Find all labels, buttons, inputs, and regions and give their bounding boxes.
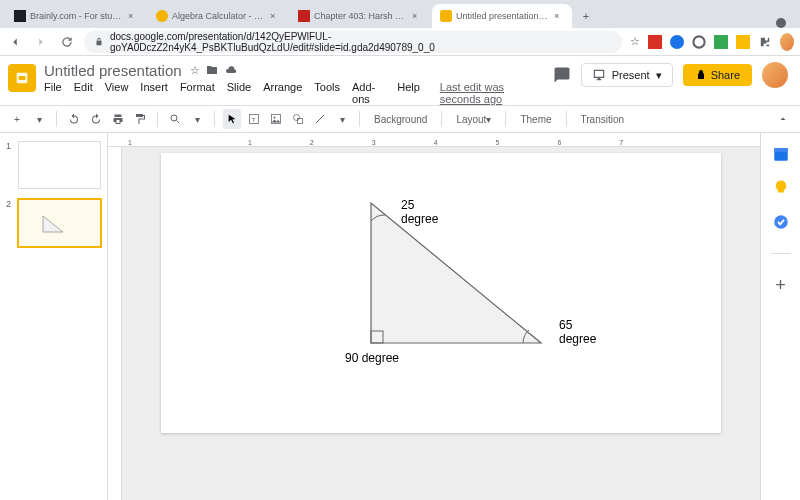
reload-button[interactable] bbox=[58, 33, 76, 51]
angle-label-top[interactable]: 25degree bbox=[401, 198, 461, 227]
svg-rect-10 bbox=[19, 76, 26, 80]
tasks-icon[interactable] bbox=[772, 213, 790, 231]
edit-status[interactable]: Last edit was seconds ago bbox=[440, 81, 545, 105]
ext-puzzle-icon[interactable] bbox=[758, 35, 772, 49]
svg-rect-2 bbox=[298, 10, 310, 22]
undo-button[interactable] bbox=[65, 109, 83, 129]
window-circle-icon[interactable] bbox=[776, 18, 786, 28]
select-tool-button[interactable] bbox=[223, 109, 241, 129]
back-button[interactable] bbox=[6, 33, 24, 51]
thumbnail-item[interactable]: 2 bbox=[6, 199, 101, 247]
favicon-icon bbox=[440, 10, 452, 22]
menu-format[interactable]: Format bbox=[180, 81, 215, 105]
print-button[interactable] bbox=[109, 109, 127, 129]
close-icon[interactable]: × bbox=[270, 11, 280, 21]
account-avatar[interactable] bbox=[762, 62, 788, 88]
close-icon[interactable]: × bbox=[128, 11, 138, 21]
svg-point-6 bbox=[693, 36, 704, 47]
ext-icon[interactable] bbox=[714, 35, 728, 49]
browser-tab-active[interactable]: Untitled presentation - Google × bbox=[432, 4, 572, 28]
image-button[interactable] bbox=[267, 109, 285, 129]
slides-body: 1 2 1 1 2 3 4 5 6 7 bbox=[0, 133, 800, 500]
theme-button[interactable]: Theme bbox=[514, 109, 557, 129]
shape-button[interactable] bbox=[289, 109, 307, 129]
angle-label-bottom[interactable]: 90 degree bbox=[345, 351, 399, 365]
ruler-mark: 7 bbox=[619, 139, 623, 146]
svg-line-18 bbox=[316, 115, 324, 123]
triangle-shape[interactable]: 25degree 65 degree 90 degree bbox=[351, 193, 591, 383]
browser-tab[interactable]: Algebra Calculator - MathPapa × bbox=[148, 4, 288, 28]
zoom-dropdown[interactable]: ▾ bbox=[188, 109, 206, 129]
thumbnail-item[interactable]: 1 bbox=[6, 141, 101, 189]
menu-view[interactable]: View bbox=[105, 81, 129, 105]
zoom-button[interactable] bbox=[166, 109, 184, 129]
slide-viewport[interactable]: 25degree 65 degree 90 degree bbox=[122, 147, 760, 500]
present-button[interactable]: Present ▾ bbox=[581, 63, 673, 87]
comments-icon[interactable] bbox=[553, 66, 571, 84]
layout-label: Layout bbox=[456, 114, 486, 125]
menu-arrange[interactable]: Arrange bbox=[263, 81, 302, 105]
thumbnail-slide[interactable] bbox=[18, 141, 101, 189]
svg-text:T: T bbox=[252, 117, 256, 123]
ruler-mark: 2 bbox=[310, 139, 314, 146]
ext-icon[interactable] bbox=[648, 35, 662, 49]
favicon-icon bbox=[298, 10, 310, 22]
ext-icon[interactable] bbox=[692, 35, 706, 49]
forward-button[interactable] bbox=[32, 33, 50, 51]
background-button[interactable]: Background bbox=[368, 109, 433, 129]
star-icon[interactable]: ☆ bbox=[190, 64, 200, 78]
new-tab-button[interactable]: + bbox=[574, 4, 598, 28]
svg-point-16 bbox=[294, 115, 300, 121]
layout-button[interactable]: Layout ▾ bbox=[450, 109, 497, 129]
calendar-icon[interactable] bbox=[772, 145, 790, 163]
menu-file[interactable]: File bbox=[44, 81, 62, 105]
angle-top-text: 25degree bbox=[401, 198, 461, 227]
textbox-button[interactable]: T bbox=[245, 109, 263, 129]
new-slide-dropdown[interactable]: ▾ bbox=[30, 109, 48, 129]
svg-marker-19 bbox=[43, 216, 63, 232]
thumbnail-slide-selected[interactable] bbox=[18, 199, 101, 247]
ext-icon[interactable] bbox=[670, 35, 684, 49]
move-icon[interactable] bbox=[206, 64, 218, 78]
url-text: docs.google.com/presentation/d/142QyEPWl… bbox=[110, 31, 612, 53]
share-button[interactable]: Share bbox=[683, 64, 752, 86]
browser-tab-strip: Brainly.com - For students. By × Algebra… bbox=[0, 0, 800, 28]
transition-button[interactable]: Transition bbox=[575, 109, 631, 129]
star-icon[interactable]: ☆ bbox=[630, 35, 640, 48]
ext-icon[interactable] bbox=[736, 35, 750, 49]
line-button[interactable] bbox=[311, 109, 329, 129]
close-icon[interactable]: × bbox=[412, 11, 422, 21]
collapse-toolbar-button[interactable] bbox=[774, 109, 792, 129]
close-icon[interactable]: × bbox=[554, 11, 564, 21]
menu-addons[interactable]: Add-ons bbox=[352, 81, 385, 105]
menu-help[interactable]: Help bbox=[397, 81, 420, 105]
url-field[interactable]: docs.google.com/presentation/d/142QyEPWl… bbox=[84, 31, 622, 53]
svg-rect-23 bbox=[774, 148, 788, 152]
add-on-plus-icon[interactable]: + bbox=[772, 276, 790, 294]
line-dropdown[interactable]: ▾ bbox=[333, 109, 351, 129]
browser-tab[interactable]: Chapter 403: Harsh Penalty! - × bbox=[290, 4, 430, 28]
redo-button[interactable] bbox=[87, 109, 105, 129]
slides-logo-icon[interactable] bbox=[8, 64, 36, 92]
menu-edit[interactable]: Edit bbox=[74, 81, 93, 105]
menu-bar: File Edit View Insert Format Slide Arran… bbox=[44, 81, 545, 105]
new-slide-button[interactable]: + bbox=[8, 109, 26, 129]
window-minimize-icon[interactable] bbox=[754, 18, 764, 28]
ruler-mark: 1 bbox=[248, 139, 252, 146]
thumbnail-number: 2 bbox=[6, 199, 14, 247]
svg-rect-3 bbox=[440, 10, 452, 22]
thumbnail-number: 1 bbox=[6, 141, 14, 189]
menu-slide[interactable]: Slide bbox=[227, 81, 251, 105]
slides-toolbar: + ▾ ▾ T ▾ Background Layout ▾ Theme Tran… bbox=[0, 105, 800, 133]
keep-icon[interactable] bbox=[772, 179, 790, 197]
document-title[interactable]: Untitled presentation bbox=[44, 62, 182, 79]
angle-label-right[interactable]: 65 degree bbox=[559, 318, 596, 346]
browser-tab[interactable]: Brainly.com - For students. By × bbox=[6, 4, 146, 28]
browser-avatar[interactable] bbox=[780, 35, 794, 49]
slide-canvas[interactable]: 25degree 65 degree 90 degree bbox=[161, 153, 721, 433]
menu-insert[interactable]: Insert bbox=[140, 81, 168, 105]
menu-tools[interactable]: Tools bbox=[314, 81, 340, 105]
paint-format-button[interactable] bbox=[131, 109, 149, 129]
cloud-icon[interactable] bbox=[224, 64, 238, 78]
svg-point-15 bbox=[274, 117, 276, 119]
